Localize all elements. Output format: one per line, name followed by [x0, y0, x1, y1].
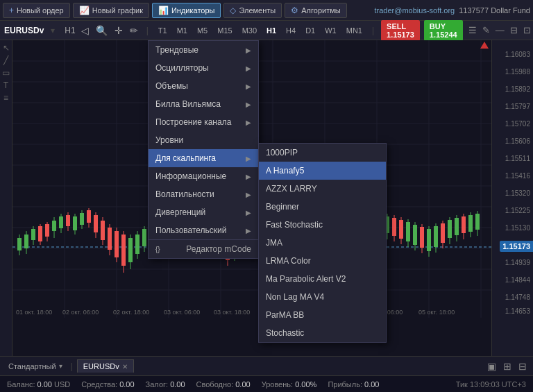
chart-tab-close-icon[interactable]: ✕: [122, 363, 128, 370]
preset-dropdown[interactable]: Стандартный ▾: [4, 361, 67, 372]
new-order-button[interactable]: + Новый ордер: [3, 3, 70, 18]
arrow-icon: ▶: [246, 83, 251, 90]
fib-tool-icon[interactable]: ≡: [3, 93, 8, 103]
svg-text:03 окт. 18:00: 03 окт. 18:00: [214, 309, 250, 316]
tf-mn1[interactable]: MN1: [344, 25, 365, 36]
submenu-item-1000pip[interactable]: 1000PIP: [259, 144, 386, 162]
price-2: 1.15988: [505, 68, 530, 76]
time-display: Тик 13:09:03 UTC+3: [456, 380, 526, 389]
current-price-badge: 1.15173: [500, 241, 533, 252]
price-9: 1.15320: [505, 189, 530, 197]
price-11: 1.15130: [505, 224, 530, 232]
elements-icon: ◇: [230, 6, 236, 15]
arrow-icon: ▶: [246, 155, 251, 162]
price-14: 1.14844: [505, 276, 530, 284]
svg-rect-58: [135, 235, 139, 254]
chart-tab-eurusd[interactable]: EURUSDv ✕: [77, 359, 134, 373]
arrow-icon: ▶: [246, 46, 251, 54]
single-chart-icon[interactable]: ▣: [485, 361, 498, 372]
rect-tool-icon[interactable]: ▭: [2, 68, 10, 78]
crosshair-icon[interactable]: ✛: [113, 25, 124, 36]
funds-value: 0.00: [119, 380, 134, 389]
submenu-item-beginner[interactable]: Beginner: [259, 198, 386, 216]
menu-item-scalping[interactable]: Для скальпинга ▶: [149, 149, 258, 167]
indicators-button[interactable]: 📊 Индикаторы: [152, 3, 221, 18]
menu-item-volumes[interactable]: Объемы ▶: [149, 77, 258, 95]
balance-label: Баланс:: [7, 380, 35, 389]
svg-rect-50: [108, 228, 112, 250]
menu-item-volatility[interactable]: Волатильности ▶: [149, 185, 258, 203]
grid-chart-icon[interactable]: ⊞: [501, 361, 514, 372]
profit-item: Прибыль: 0.00: [328, 380, 379, 389]
svg-rect-156: [475, 214, 480, 230]
tf-m30[interactable]: M30: [239, 25, 260, 36]
submenu-item-lrma[interactable]: LRMA Color: [259, 252, 386, 270]
free-value: 0.00: [235, 380, 250, 389]
svg-rect-56: [128, 238, 133, 262]
new-chart-button[interactable]: 📈 Новый график: [73, 3, 149, 18]
sell-button[interactable]: SELL 1.15173: [381, 20, 420, 41]
zoom-icon[interactable]: 🔍: [94, 25, 109, 36]
svg-rect-46: [94, 215, 98, 232]
username: trader@mobius-soft.org: [375, 6, 455, 15]
svg-rect-42: [80, 213, 84, 225]
new-chart-icon: 📈: [79, 6, 90, 15]
svg-rect-30: [38, 226, 42, 241]
submenu-item-non-lag-ma[interactable]: Non Lag MA V4: [259, 288, 386, 306]
svg-rect-44: [87, 210, 91, 223]
free-label: Свободно:: [196, 380, 234, 389]
cursor-tool-icon[interactable]: ↖: [3, 43, 10, 53]
menu-item-oscillators[interactable]: Осцилляторы ▶: [149, 59, 258, 77]
tf-m15[interactable]: M15: [214, 25, 235, 36]
pencil-icon[interactable]: ✎: [481, 25, 491, 35]
horizontal-line-icon[interactable]: —: [494, 25, 506, 35]
level-value: 0.00%: [295, 380, 316, 389]
prev-nav-icon[interactable]: ◁: [80, 25, 90, 36]
left-sidebar: ↖ ╱ ▭ T ≡: [0, 40, 12, 356]
menu-item-mcode-editor[interactable]: {} Редактор mCode: [149, 239, 258, 258]
arrow-icon: ▶: [246, 227, 251, 235]
elements-button[interactable]: ◇ Элементы: [223, 3, 282, 18]
price-7: 1.15511: [505, 155, 530, 162]
settings-icon[interactable]: ☰: [467, 25, 478, 35]
arrow-icon: ▶: [246, 65, 251, 72]
menu-item-channel[interactable]: Построение канала ▶: [149, 113, 258, 131]
text-tool-icon[interactable]: T: [3, 80, 8, 90]
minimize-icon[interactable]: ⊟: [509, 25, 519, 35]
balance-item: Баланс: 0.00 USD: [7, 380, 70, 389]
account-info: 1137577 Dollar Fund: [459, 6, 530, 15]
tf-t1[interactable]: T1: [155, 25, 170, 36]
menu-item-williams[interactable]: Билла Вильямса ▶: [149, 95, 258, 113]
tf-m5[interactable]: M5: [194, 25, 210, 36]
tf-m1[interactable]: M1: [174, 25, 190, 36]
submenu-item-fast-stochastic[interactable]: Fast Stochastic: [259, 216, 386, 234]
menu-item-informational[interactable]: Информационные ▶: [149, 167, 258, 185]
submenu-item-parma-bb[interactable]: ParMA BB: [259, 306, 386, 324]
svg-rect-48: [101, 221, 105, 240]
menu-item-trending[interactable]: Трендовые ▶: [149, 41, 258, 59]
maximize-icon[interactable]: ⊡: [522, 25, 532, 35]
submenu-item-ma-parabolic[interactable]: Ma Parabolic Alert V2: [259, 270, 386, 288]
tf-w1[interactable]: W1: [322, 25, 339, 36]
submenu-item-azzx[interactable]: AZZX LARRY: [259, 180, 386, 198]
margin-label: Залог:: [146, 380, 169, 389]
menu-item-custom[interactable]: Пользовательский ▶: [149, 221, 258, 239]
draw-icon[interactable]: ✏: [128, 25, 139, 36]
submenu-item-jma[interactable]: JMA: [259, 234, 386, 252]
menu-item-levels[interactable]: Уровни: [149, 131, 258, 149]
tf-h1[interactable]: H1: [264, 25, 279, 36]
submenu-item-stochastic[interactable]: Stochastic: [259, 324, 386, 342]
algorithms-button[interactable]: ⚙ Алгоритмы: [285, 3, 346, 18]
submenu-item-hanafy[interactable]: A Hanafy5: [259, 162, 386, 180]
time-label: Тик: [456, 380, 470, 389]
tf-d1[interactable]: D1: [303, 25, 318, 36]
multi-chart-icon[interactable]: ⊟: [516, 361, 529, 372]
tf-h4[interactable]: H4: [283, 25, 298, 36]
buy-button[interactable]: BUY 1.15244: [424, 20, 463, 41]
algorithms-icon: ⚙: [291, 6, 298, 15]
menu-item-divergence[interactable]: Дивергенций ▶: [149, 203, 258, 221]
svg-rect-24: [17, 238, 22, 250]
svg-rect-52: [115, 231, 119, 257]
chart-area: 01 окт. 18:00 02 окт. 06:00 02 окт. 18:0…: [12, 40, 533, 356]
line-tool-icon[interactable]: ╱: [3, 56, 8, 65]
